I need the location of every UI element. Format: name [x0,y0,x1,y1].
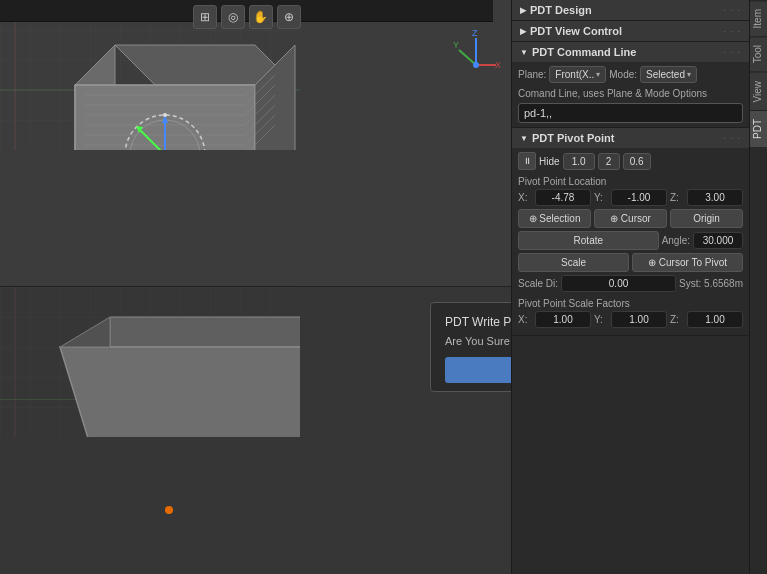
pdt-pivot-title: ▼ PDT Pivot Point [520,132,614,144]
pdt-pivot-content: ⏸ Hide 1.0 2 0.6 Pivot Point Location X:… [512,148,749,335]
rotate-btn[interactable]: Rotate [518,231,659,250]
triangle-icon-4: ▼ [520,134,528,143]
pdt-view-control-title: ▶ PDT View Control [520,25,622,37]
pp-sco-row: ⊕ Selection ⊕ Cursor Origin [518,209,743,228]
pp-scale-row: Scale ⊕ Cursor To Pivot [518,253,743,272]
sf-z-value[interactable]: 1.00 [687,311,743,328]
dialog-title: PDT Write PP to Object? [445,315,511,329]
pdt-view-control-header[interactable]: ▶ PDT View Control · · · [512,21,749,41]
tab-tool[interactable]: Tool [750,36,767,71]
dialog-ok-button[interactable]: OK [445,357,511,383]
plane-dropdown[interactable]: Front(X.. [549,66,606,83]
pdt-command-label: PDT Command Line [532,46,637,58]
pdt-view-control-label: PDT View Control [530,25,622,37]
plane-label: Plane: [518,69,546,80]
triangle-icon-3: ▼ [520,48,528,57]
pdt-command-content: Plane: Front(X.. Mode: Selected Comand L… [512,62,749,127]
tab-pdt[interactable]: PDT [750,110,767,147]
mode-label: Mode: [609,69,637,80]
pdt-design-label: PDT Design [530,4,592,16]
svg-text:Y: Y [453,40,459,50]
pdt-pivot-dots: · · · [723,133,741,143]
move-btn[interactable]: ✋ [249,5,273,29]
sf-z-label: Z: [670,314,684,325]
hide-label: Hide [539,156,560,167]
pdt-pivot-label: PDT Pivot Point [532,132,615,144]
camera-btn[interactable]: ◎ [221,5,245,29]
triangle-icon-2: ▶ [520,27,526,36]
scale-factors-label: Pivot Point Scale Factors [518,295,743,311]
svg-text:X: X [495,60,501,70]
origin-btn[interactable]: Origin [670,209,743,228]
axis-indicator-top: Z Y X [451,30,501,80]
pause-btn[interactable]: ⏸ [518,152,536,170]
sf-y-label: Y: [594,314,608,325]
cursor-to-pivot-btn[interactable]: ⊕ Cursor To Pivot [632,253,743,272]
pdt-pivot-section: ▼ PDT Pivot Point · · · ⏸ Hide 1.0 2 0.6… [512,128,749,336]
sf-x-value[interactable]: 1.00 [535,311,591,328]
header-icons: ⊞ ◎ ✋ ⊕ [193,5,301,29]
x-label: X: [518,192,532,203]
grid-view-btn[interactable]: ⊞ [193,5,217,29]
vertical-tabs: Item Tool View PDT [749,0,767,574]
selection-btn[interactable]: ⊕ Selection [518,209,591,228]
hide-val1[interactable]: 1.0 [563,153,595,170]
scale-di-label: Scale Di: [518,278,558,289]
svg-text:Z: Z [472,30,478,38]
plane-mode-row: Plane: Front(X.. Mode: Selected [518,66,743,83]
pdt-design-header[interactable]: ▶ PDT Design · · · [512,0,749,20]
hide-val2[interactable]: 2 [598,153,620,170]
sf-xyz-row: X: 1.00 Y: 1.00 Z: 1.00 [518,311,743,328]
viewport-area[interactable]: ⊞ ◎ ✋ ⊕ [0,0,511,574]
pdt-command-header[interactable]: ▼ PDT Command Line · · · [512,42,749,62]
y-label: Y: [594,192,608,203]
pdt-design-section: ▶ PDT Design · · · [512,0,749,21]
mode-dropdown[interactable]: Selected [640,66,697,83]
svg-point-29 [163,113,167,117]
pdt-cmd-dots: · · · [723,47,741,57]
pdt-view-control-section: ▶ PDT View Control · · · [512,21,749,42]
hide-val3[interactable]: 0.6 [623,153,651,170]
right-panel: ▶ PDT Design · · · ▶ PDT View Control · … [511,0,749,574]
sf-y-value[interactable]: 1.00 [611,311,667,328]
cmd-description: Comand Line, uses Plane & Mode Options [518,86,743,101]
pdt-design-dots: · · · [723,5,741,15]
triangle-icon: ▶ [520,6,526,15]
z-label: Z: [670,192,684,203]
pdt-command-section: ▼ PDT Command Line · · · Plane: Front(X.… [512,42,749,128]
angle-label: Angle: [662,235,690,246]
viewport-top[interactable]: ⊞ ◎ ✋ ⊕ [0,0,511,287]
tab-view[interactable]: View [750,72,767,111]
pdt-pivot-header[interactable]: ▼ PDT Pivot Point · · · [512,128,749,148]
x-value[interactable]: -4.78 [535,189,591,206]
cmd-input[interactable] [518,103,743,123]
angle-value[interactable]: 30.000 [693,232,743,249]
pp-xyz-row: X: -4.78 Y: -1.00 Z: 3.00 [518,189,743,206]
pp-location-label: Pivot Point Location [518,173,743,189]
top-menu-bar: ⊞ ◎ ✋ ⊕ [0,0,493,22]
crosshair-btn[interactable]: ⊕ [277,5,301,29]
syst-label: Syst: 5.6568m [679,278,743,289]
y-value[interactable]: -1.00 [611,189,667,206]
top-cube [75,45,295,150]
dialog-question: Are You Sure About This? [445,335,511,347]
pdt-design-title: ▶ PDT Design [520,4,592,16]
cursor-btn[interactable]: ⊕ Cursor [594,209,667,228]
svg-line-35 [459,50,476,65]
scale-di-value[interactable]: 0.00 [561,275,676,292]
pp-rotate-row: Rotate Angle: 30.000 [518,231,743,250]
pp-hide-row: ⏸ Hide 1.0 2 0.6 [518,152,743,170]
tab-item[interactable]: Item [750,0,767,36]
scale-di-row: Scale Di: 0.00 Syst: 5.6568m [518,275,743,292]
pdt-command-title: ▼ PDT Command Line [520,46,636,58]
sf-x-label: X: [518,314,532,325]
z-value[interactable]: 3.00 [687,189,743,206]
dialog-overlay: PDT Write PP to Object? Are You Sure Abo… [0,287,511,574]
svg-point-39 [473,62,479,68]
pdt-view-dots: · · · [723,26,741,36]
scale-btn[interactable]: Scale [518,253,629,272]
dialog-box: PDT Write PP to Object? Are You Sure Abo… [430,302,511,392]
